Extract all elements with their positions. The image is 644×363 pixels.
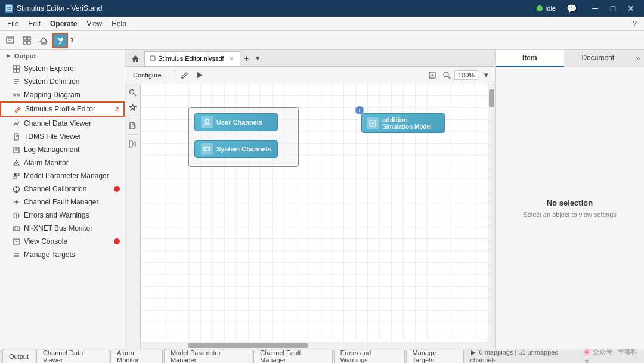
- status-tab-errors-warnings[interactable]: Errors and Warnings: [334, 350, 405, 363]
- scrollbar-vertical[interactable]: [488, 83, 495, 349]
- tab-menu-btn[interactable]: ▾: [256, 54, 260, 63]
- sidebar-output-header[interactable]: Output: [0, 50, 125, 62]
- svg-marker-59: [134, 142, 135, 146]
- tab-document[interactable]: Document: [564, 50, 633, 67]
- sidebar-item-label: Channel Data Viewer: [24, 119, 91, 128]
- menu-view[interactable]: View: [82, 18, 107, 29]
- no-selection-title: No selection: [547, 198, 593, 207]
- mini-sep: [128, 116, 138, 116]
- sidebar-item-label: Log Management: [24, 145, 79, 154]
- configure-btn[interactable]: Configure...: [128, 70, 172, 80]
- svg-rect-11: [13, 66, 16, 69]
- sidebar-item-ni-xnet-bus-monitor[interactable]: NI-XNET Bus Monitor: [0, 222, 125, 235]
- scrollbar-thumb-h[interactable]: [188, 343, 308, 348]
- grid-toolbar-btn[interactable]: [19, 33, 35, 48]
- app-title: Stimulus Editor - VeriStand: [17, 4, 102, 13]
- status-tab-manage-targets[interactable]: Manage Targets: [406, 350, 465, 363]
- tab-close-btn[interactable]: ✕: [229, 55, 234, 62]
- zoom-actual-icon[interactable]: [440, 69, 453, 82]
- tools-toolbar-btn[interactable]: [52, 33, 68, 48]
- content-area: Stimulus Editor.nivssdf ✕ + ▾ Configure.…: [125, 50, 644, 349]
- right-tab-more-btn[interactable]: »: [632, 50, 644, 67]
- svg-line-21: [18, 108, 19, 110]
- warning-icon: [12, 211, 20, 219]
- svg-point-37: [16, 216, 16, 217]
- right-panel: Item Document » No selection Select an o…: [495, 50, 644, 349]
- menu-operate[interactable]: Operate: [45, 18, 82, 29]
- system-channels-node[interactable]: System Channels: [194, 140, 278, 158]
- sidebar-item-channel-calibration[interactable]: Channel Calibration: [0, 182, 125, 196]
- svg-marker-47: [197, 72, 203, 78]
- scrollbar-thumb-v[interactable]: [489, 89, 494, 107]
- canvas[interactable]: User Channels System Channels i: [141, 83, 495, 349]
- close-button[interactable]: ✕: [623, 0, 639, 17]
- sidebar-item-tdms-file-viewer[interactable]: TDMS File Viewer: [0, 130, 125, 143]
- menu-file[interactable]: File: [2, 18, 23, 29]
- sidebar-item-label: NI-XNET Bus Monitor: [24, 224, 92, 232]
- svg-marker-67: [471, 350, 476, 355]
- zoom-level[interactable]: 100%: [454, 70, 478, 80]
- right-panel-tabs: Item Document »: [496, 50, 644, 67]
- help-icon[interactable]: ?: [628, 18, 642, 29]
- menu-edit[interactable]: Edit: [23, 18, 45, 29]
- system-definition-icon: [12, 77, 20, 86]
- sidebar-item-system-definition[interactable]: System Definition: [0, 75, 125, 88]
- tab-item[interactable]: Item: [496, 50, 564, 67]
- add-tab-btn[interactable]: +: [240, 52, 253, 65]
- home-tab-btn[interactable]: [128, 51, 143, 66]
- addition-simulation-node[interactable]: addition Simulation Model: [361, 113, 445, 133]
- output-toolbar-btn[interactable]: [2, 33, 18, 48]
- mini-search-btn[interactable]: [126, 86, 140, 99]
- addition-node-inner: addition Simulation Model: [367, 116, 432, 130]
- maximize-button[interactable]: □: [605, 0, 621, 17]
- menu-help[interactable]: Help: [107, 18, 131, 29]
- svg-rect-14: [17, 69, 20, 72]
- channel-data-icon: [12, 119, 20, 128]
- sidebar-item-mapping-diagram[interactable]: Mapping Diagram: [0, 88, 125, 101]
- sidebar-item-manage-targets[interactable]: Manage Targets: [0, 248, 125, 261]
- main-layout: Output System Explorer System Definition…: [0, 50, 644, 349]
- sidebar-badge-2: 2: [115, 106, 119, 113]
- watermark: 🌸 公众号 · 华穗科技: [583, 348, 642, 364]
- svg-rect-12: [17, 66, 20, 69]
- red-dot-console: [114, 238, 120, 244]
- home-toolbar-btn[interactable]: [36, 33, 51, 48]
- sidebar-item-channel-fault-manager[interactable]: Channel Fault Manager: [0, 196, 125, 209]
- scrollbar-horizontal[interactable]: [141, 342, 488, 349]
- user-channels-node[interactable]: User Channels: [194, 113, 278, 131]
- watermark-text: 🌸 公众号 · 华穗科技: [583, 348, 642, 364]
- svg-rect-31: [14, 176, 16, 179]
- sidebar-item-label: View Console: [24, 237, 67, 246]
- addition-sublabel: Simulation Model: [382, 123, 432, 130]
- mappings-info: 0 mappings | 51 unmapped channels: [470, 349, 582, 363]
- sidebar-output-label: Output: [14, 52, 36, 60]
- mini-star-btn[interactable]: [126, 100, 140, 113]
- sidebar-item-errors-warnings[interactable]: Errors and Warnings: [0, 209, 125, 222]
- status-tab-alarm-monitor[interactable]: Alarm Monitor: [110, 350, 163, 363]
- sidebar-item-model-param-manager[interactable]: Model Parameter Manager: [0, 169, 125, 182]
- right-panel-content: No selection Select an object to view se…: [496, 67, 644, 349]
- user-channels-icon: [201, 116, 213, 128]
- stimulus-editor-tab[interactable]: Stimulus Editor.nivssdf ✕: [144, 51, 240, 66]
- mini-file-btn[interactable]: [126, 119, 140, 132]
- edit-icon[interactable]: [178, 69, 191, 82]
- status-tab-output[interactable]: Output: [2, 350, 35, 363]
- svg-rect-58: [129, 141, 132, 147]
- sidebar-item-channel-data-viewer[interactable]: Channel Data Viewer: [0, 117, 125, 130]
- sidebar-item-alarm-monitor[interactable]: Alarm Monitor: [0, 156, 125, 169]
- zoom-dropdown-icon[interactable]: ▾: [479, 69, 493, 82]
- svg-rect-7: [23, 41, 26, 44]
- status-tab-channel-fault-manager[interactable]: Channel Fault Manager: [253, 350, 333, 363]
- sidebar-item-system-explorer[interactable]: System Explorer: [0, 62, 125, 75]
- red-dot-calibration: [114, 186, 120, 192]
- status-tab-channel-data-viewer[interactable]: Channel Data Viewer: [36, 350, 109, 363]
- sidebar-item-stimulus-profile-editor[interactable]: Stimulus Profile Editor 2: [0, 101, 125, 117]
- sidebar-item-log-management[interactable]: Log Management: [0, 143, 125, 156]
- mini-arrows-btn[interactable]: [126, 137, 140, 150]
- zoom-fit-icon[interactable]: [426, 69, 439, 82]
- chat-icon[interactable]: 💬: [563, 0, 580, 17]
- sidebar-item-view-console[interactable]: View Console: [0, 235, 125, 248]
- status-tab-model-param-manager[interactable]: Model Parameter Manager: [164, 350, 252, 363]
- run-icon[interactable]: [193, 69, 206, 82]
- minimize-button[interactable]: ─: [587, 0, 603, 17]
